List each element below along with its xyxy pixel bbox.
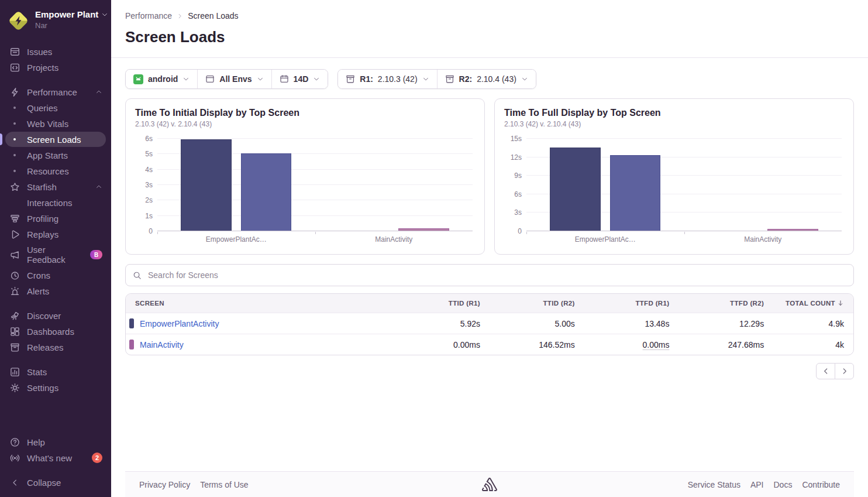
sidebar-item-releases[interactable]: Releases bbox=[5, 340, 106, 355]
sidebar-item-stats[interactable]: Stats bbox=[5, 364, 106, 379]
sidebar-item-web-vitals[interactable]: Web Vitals bbox=[5, 116, 106, 131]
filter-label: android bbox=[148, 74, 178, 84]
beta-badge: B bbox=[90, 250, 102, 259]
sidebar-item-projects[interactable]: Projects bbox=[5, 60, 106, 75]
screens-table-card: ScreenTTID (R1)TTID (R2)TTFD (R1)TTFD (R… bbox=[125, 293, 854, 355]
release-icon bbox=[445, 74, 454, 84]
footer-link-api[interactable]: API bbox=[750, 480, 764, 489]
search-input[interactable] bbox=[147, 270, 846, 280]
sidebar-item-queries[interactable]: Queries bbox=[5, 100, 106, 115]
clock-icon bbox=[9, 270, 20, 280]
column-header-ttid-r2-[interactable]: TTID (R2) bbox=[490, 294, 584, 313]
sidebar-item-help[interactable]: Help bbox=[5, 434, 106, 450]
project-name: Nar bbox=[35, 21, 103, 30]
pagination-prev-button[interactable] bbox=[816, 363, 835, 379]
bullet-dot bbox=[9, 102, 20, 113]
lightning-icon bbox=[9, 87, 20, 97]
footer-link-privacy-policy[interactable]: Privacy Policy bbox=[139, 480, 190, 489]
sort-desc-icon bbox=[837, 300, 844, 307]
sidebar-item-resources[interactable]: Resources bbox=[5, 163, 106, 179]
footer-link-contribute[interactable]: Contribute bbox=[802, 480, 840, 489]
table-row: EmpowerPlantActivity5.92s5.00s13.48s12.2… bbox=[126, 313, 853, 334]
screen-link[interactable]: EmpowerPlantActivity bbox=[140, 319, 219, 328]
sidebar-item-crons[interactable]: Crons bbox=[5, 268, 106, 283]
sidebar-item-label: Crons bbox=[27, 270, 50, 280]
x-axis-tick bbox=[315, 232, 316, 234]
sidebar-item-label: Web Vitals bbox=[27, 119, 68, 129]
sidebar-item-label: Resources bbox=[27, 166, 69, 176]
sidebar-item-whats-new[interactable]: What's new2 bbox=[5, 450, 106, 465]
chevron-right-icon bbox=[841, 367, 849, 375]
org-switcher[interactable]: Empower Plant Nar bbox=[0, 7, 111, 37]
sidebar-item-label: Discover bbox=[27, 311, 61, 321]
sidebar-bottom-nav: HelpWhat's new2 Collapse bbox=[0, 434, 111, 497]
sidebar-item-label: Profiling bbox=[27, 214, 58, 224]
column-header-ttfd-r1-[interactable]: TTFD (R1) bbox=[584, 294, 679, 313]
footer-link-service-status[interactable]: Service Status bbox=[688, 480, 740, 489]
pagination-next-button[interactable] bbox=[835, 363, 854, 379]
filter-label: 14D bbox=[294, 74, 309, 84]
release-icon bbox=[346, 74, 355, 84]
nav-group-2: DiscoverDashboardsReleases bbox=[0, 308, 111, 355]
breadcrumb-performance[interactable]: Performance bbox=[125, 11, 172, 20]
pagination bbox=[125, 363, 854, 379]
footer-left-links: Privacy PolicyTerms of Use bbox=[139, 480, 249, 489]
filter-label: All Envs bbox=[219, 74, 252, 84]
screen-cell-content: MainActivity bbox=[135, 340, 385, 349]
column-header-ttfd-r2-[interactable]: TTFD (R2) bbox=[678, 294, 773, 313]
filter-14d[interactable]: 14D bbox=[271, 70, 328, 88]
sidebar-item-performance[interactable]: Performance bbox=[5, 84, 106, 100]
sidebar-item-settings[interactable]: Settings bbox=[5, 380, 106, 395]
sidebar-item-label: Replays bbox=[27, 229, 58, 239]
page-header: Performance Screen Loads Screen Loads bbox=[111, 0, 868, 58]
filter-value: 2.10.4 (43) bbox=[477, 74, 516, 84]
chevron-left-icon bbox=[822, 367, 830, 375]
chart-subtitle: 2.10.3 (42) v. 2.10.4 (43) bbox=[135, 120, 475, 128]
play-icon bbox=[9, 229, 20, 239]
bullet-dot bbox=[9, 166, 20, 176]
screen-link[interactable]: MainActivity bbox=[140, 340, 184, 349]
bullet-dot bbox=[9, 134, 20, 145]
dashboards-icon bbox=[9, 326, 20, 337]
sidebar-item-screen-loads[interactable]: Screen Loads bbox=[5, 132, 106, 147]
sidebar-item-discover[interactable]: Discover bbox=[5, 308, 106, 323]
filter-r2[interactable]: R2:2.10.4 (43) bbox=[437, 70, 536, 88]
sidebar-item-issues[interactable]: Issues bbox=[5, 44, 106, 59]
sidebar-item-label: Releases bbox=[27, 342, 64, 352]
filter-r1[interactable]: R1:2.10.3 (42) bbox=[338, 70, 436, 88]
chart-plot: 01s2s3s4s5s6sEmpowerPlantAc…MainActivity bbox=[157, 139, 473, 231]
sidebar-item-app-starts[interactable]: App Starts bbox=[5, 148, 106, 163]
column-header-screen[interactable]: Screen bbox=[126, 294, 395, 313]
breadcrumb-current: Screen Loads bbox=[188, 11, 238, 20]
filter-all-envs[interactable]: All Envs bbox=[197, 70, 271, 88]
sidebar-collapse-button[interactable]: Collapse bbox=[5, 475, 106, 490]
metric-cell: 0.00ms bbox=[584, 334, 679, 355]
footer-link-terms-of-use[interactable]: Terms of Use bbox=[200, 480, 248, 489]
screen-cell-content: EmpowerPlantActivity bbox=[135, 318, 385, 328]
chart-plot-area: 03s6s9s12s15sEmpowerPlantAc…MainActivity bbox=[504, 131, 844, 245]
profiling-icon bbox=[9, 213, 20, 224]
sidebar-item-starfish[interactable]: Starfish bbox=[5, 179, 106, 194]
sentry-logo-icon[interactable] bbox=[482, 478, 497, 493]
sidebar-item-alerts[interactable]: Alerts bbox=[5, 283, 106, 299]
column-header-ttid-r1-[interactable]: TTID (R1) bbox=[395, 294, 490, 313]
sidebar-item-user-feedback[interactable]: User FeedbackB bbox=[5, 242, 106, 267]
stats-icon bbox=[9, 366, 20, 377]
metric-cell: 5.00s bbox=[490, 313, 584, 334]
sidebar-item-replays[interactable]: Replays bbox=[5, 227, 106, 242]
footer-link-docs[interactable]: Docs bbox=[774, 480, 793, 489]
column-header-total-count[interactable]: Total Count bbox=[773, 294, 853, 313]
sidebar-item-profiling[interactable]: Profiling bbox=[5, 211, 106, 226]
bar-r2 bbox=[241, 153, 291, 231]
chevron-up-icon bbox=[95, 88, 102, 95]
page-title: Screen Loads bbox=[125, 28, 854, 46]
sidebar-item-label: Projects bbox=[27, 63, 58, 73]
screens-table: ScreenTTID (R1)TTID (R2)TTFD (R1)TTFD (R… bbox=[126, 294, 853, 355]
sidebar-item-interactions[interactable]: Interactions bbox=[5, 195, 106, 210]
metric-cell: 13.48s bbox=[584, 313, 679, 334]
chart-plot-area: 01s2s3s4s5s6sEmpowerPlantAc…MainActivity bbox=[135, 131, 475, 245]
metric-value-tooltip[interactable]: 0.00ms bbox=[643, 340, 670, 350]
filter-android[interactable]: android bbox=[126, 70, 197, 88]
chart-title: Time To Initial Display by Top Screen bbox=[135, 108, 475, 118]
sidebar-item-dashboards[interactable]: Dashboards bbox=[5, 324, 106, 339]
